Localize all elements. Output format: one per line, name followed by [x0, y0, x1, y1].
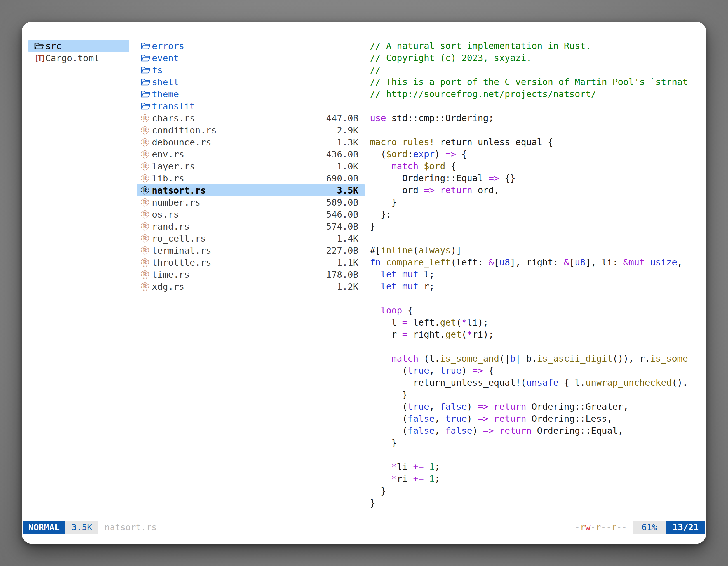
list-item[interactable]: errors [137, 40, 365, 52]
open-folder-icon [141, 42, 152, 50]
file-size: 447.0B [326, 113, 358, 124]
code-line: } [370, 220, 697, 233]
list-item[interactable]: Rlayer.rs1.0K [137, 160, 365, 172]
code-line: loop { [370, 304, 697, 316]
open-folder-icon [141, 90, 152, 98]
code-line: #[inline(always)] [370, 245, 697, 257]
code-line: (false, false) => return Ordering::Equal… [370, 425, 697, 437]
rust-icon: R [141, 198, 152, 207]
list-item[interactable]: Ros.rs546.0B [137, 208, 365, 220]
desktop-background: src[T]Cargo.toml errorseventfsshelltheme… [0, 0, 728, 566]
file-name: chars.rs [152, 113, 195, 124]
code-line: ($ord:expr) => { [370, 148, 697, 160]
list-item[interactable]: Renv.rs436.0B [137, 148, 365, 160]
file-name: terminal.rs [152, 245, 211, 256]
rust-icon: R [141, 114, 152, 123]
list-item[interactable]: fs [137, 64, 365, 76]
code-line: // Copyright (c) 2023, sxyazi. [370, 52, 697, 64]
file-name: env.rs [152, 149, 184, 160]
list-item[interactable]: src [28, 40, 129, 52]
file-size: 1.0K [337, 161, 358, 172]
list-item[interactable]: Rlib.rs690.0B [137, 172, 365, 184]
file-size: 436.0B [326, 149, 358, 160]
rust-icon: R [141, 150, 152, 159]
list-item[interactable]: theme [137, 88, 365, 100]
list-item[interactable]: Rxdg.rs1.2K [137, 281, 365, 292]
file-size: 2.9K [337, 125, 358, 136]
list-item[interactable]: Rro_cell.rs1.4K [137, 233, 365, 245]
list-item[interactable]: event [137, 52, 365, 64]
rust-icon: R [141, 222, 152, 231]
scroll-percent-chip: 61% [633, 521, 666, 534]
code-line [370, 449, 697, 461]
code-line: (true, true) => { [370, 365, 697, 377]
file-name: translit [152, 101, 195, 112]
list-item[interactable]: Rrand.rs574.0B [137, 220, 365, 233]
rust-icon: R [141, 234, 152, 243]
rust-icon: R [141, 283, 152, 291]
list-item[interactable]: Rnumber.rs589.0B [137, 196, 365, 208]
file-preview-pane[interactable]: // A natural sort implementation in Rust… [370, 40, 697, 509]
code-line: }; [370, 208, 697, 220]
code-line: let mut l; [370, 269, 697, 281]
list-item[interactable]: Rchars.rs447.0B [137, 112, 365, 124]
rust-icon: R [141, 162, 152, 171]
code-line: *li += 1; [370, 461, 697, 473]
code-line: // http://sourcefrog.net/projects/natsor… [370, 88, 697, 100]
file-size-chip: 3.5K [65, 521, 98, 534]
toml-icon: [T] [34, 54, 45, 62]
code-line: (true, false) => return Ordering::Greate… [370, 401, 697, 413]
parent-directory-pane: src[T]Cargo.toml [28, 40, 129, 64]
file-name: theme [152, 89, 179, 100]
open-folder-icon [141, 54, 152, 62]
code-line: Ordering::Equal => {} [370, 172, 697, 184]
list-item[interactable]: Rtime.rs178.0B [137, 269, 365, 281]
file-size: 227.0B [326, 245, 358, 256]
code-line: let mut r; [370, 281, 697, 292]
code-line [370, 292, 697, 304]
file-name: layer.rs [152, 161, 195, 172]
status-file-name: natsort.rs [105, 521, 157, 534]
open-folder-icon [141, 102, 152, 111]
rust-icon: R [141, 210, 152, 219]
pane-divider [132, 40, 132, 520]
file-size: 690.0B [326, 173, 358, 184]
code-line: fn compare_left(left: &[u8], right: &[u8… [370, 257, 697, 269]
code-line: (false, true) => return Ordering::Less, [370, 413, 697, 425]
rust-icon: R [141, 174, 152, 183]
cursor-position-chip: 13/21 [666, 521, 705, 534]
rust-icon: R [141, 271, 152, 279]
code-line: match (l.is_some_and(|b| b.is_ascii_digi… [370, 353, 697, 365]
list-item[interactable]: Rthrottle.rs1.1K [137, 257, 365, 269]
code-line: } [370, 196, 697, 208]
list-item[interactable]: Rdebounce.rs1.3K [137, 136, 365, 148]
rust-icon: R [141, 138, 152, 147]
status-bar: NORMAL 3.5K natsort.rs -rw-r--r-- 61% 13… [23, 521, 705, 534]
rust-icon: R [141, 126, 152, 135]
list-item[interactable]: Rcondition.rs2.9K [137, 124, 365, 136]
file-name: Cargo.toml [45, 53, 99, 64]
open-folder-icon [34, 42, 45, 50]
code-line [370, 233, 697, 245]
code-line: } [370, 497, 697, 509]
code-line: ord => return ord, [370, 184, 697, 196]
file-name: debounce.rs [152, 137, 211, 148]
list-item[interactable]: shell [137, 76, 365, 88]
current-directory-pane: errorseventfsshellthemetranslitRchars.rs… [137, 40, 365, 292]
file-size: 574.0B [326, 221, 358, 232]
list-item[interactable]: translit [137, 100, 365, 112]
file-name: throttle.rs [152, 257, 211, 268]
list-item[interactable]: [T]Cargo.toml [28, 52, 129, 64]
file-size: 1.2K [337, 281, 358, 292]
code-line: return_unless_equal!(unsafe { l.unwrap_u… [370, 377, 697, 389]
code-line [370, 124, 697, 136]
file-size: 3.5K [337, 185, 358, 196]
file-name: rand.rs [152, 221, 190, 232]
code-line: use std::cmp::Ordering; [370, 112, 697, 124]
list-item[interactable]: Rterminal.rs227.0B [137, 245, 365, 257]
rust-icon: R [141, 259, 152, 267]
mode-badge: NORMAL [23, 521, 65, 534]
code-line: // A natural sort implementation in Rust… [370, 40, 697, 52]
file-name: errors [152, 41, 184, 51]
list-item[interactable]: Rnatsort.rs3.5K [137, 184, 365, 196]
